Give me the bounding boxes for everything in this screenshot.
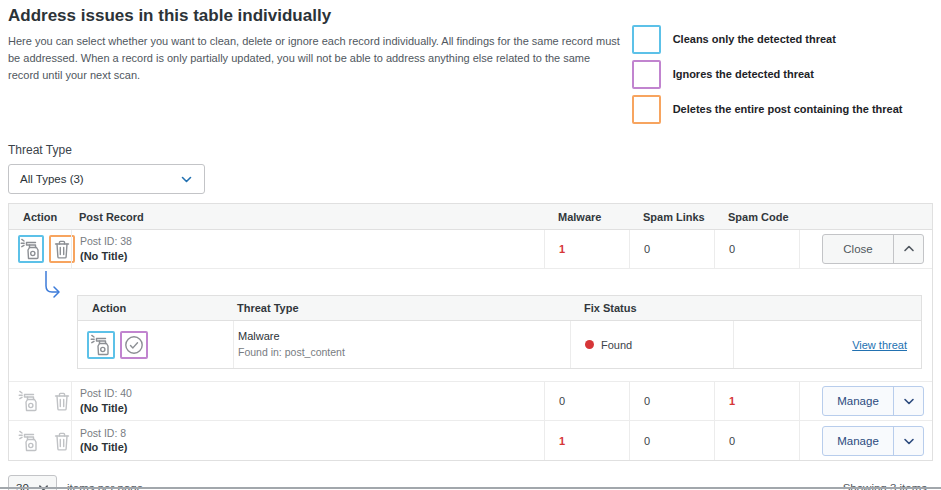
clean-action-button[interactable]	[18, 389, 40, 413]
fix-status-value: Found	[601, 339, 632, 351]
expand-row-button[interactable]	[893, 387, 923, 415]
page-title: Address issues in this table individuall…	[8, 6, 632, 26]
delete-action-button[interactable]	[51, 429, 73, 453]
post-record-cell: Post ID: 40 (No Title)	[71, 382, 544, 420]
threat-type-label: Threat Type	[8, 143, 933, 157]
header-malware: Malware	[544, 211, 629, 223]
threat-type-name: Malware	[238, 329, 345, 344]
check-circle-icon	[123, 334, 145, 356]
close-button[interactable]: Close	[823, 235, 893, 263]
spam-code-count: 0	[714, 421, 799, 460]
row-action-cell	[9, 429, 71, 453]
threat-table-panel: Address issues in this table individuall…	[0, 0, 941, 490]
table-row: Post ID: 8 (No Title) 1 0 0 Manage	[9, 421, 932, 460]
trash-icon	[51, 238, 73, 260]
threat-type-cell: Malware Found in: post_content	[233, 321, 570, 368]
view-threat-link[interactable]: View threat	[852, 339, 907, 351]
legend-item-delete: Deletes the entire post containing the t…	[632, 95, 933, 124]
header-spam-code: Spam Code	[714, 211, 799, 223]
spray-bottle-icon	[20, 238, 42, 260]
expand-row-button[interactable]	[893, 427, 923, 455]
ignore-threat-button[interactable]	[120, 331, 148, 359]
row-button-cell: Manage	[799, 421, 932, 460]
threat-type-value: All Types (3)	[20, 173, 84, 185]
threats-table: Action Post Record Malware Spam Links Sp…	[8, 203, 933, 461]
fix-status-cell: Found	[570, 321, 733, 368]
header-section: Address issues in this table individuall…	[8, 4, 933, 130]
chevron-down-icon	[180, 173, 193, 186]
manage-split-button[interactable]: Manage	[822, 426, 924, 456]
header-spam-links: Spam Links	[629, 211, 714, 223]
malware-count: 1	[544, 421, 629, 460]
subtable-row: Malware Found in: post_content Found Vie…	[78, 321, 921, 368]
delete-swatch-icon	[632, 95, 661, 124]
clean-action-button[interactable]	[18, 235, 44, 263]
view-threat-cell: View threat	[733, 321, 921, 368]
threat-found-in: Found in: post_content	[238, 345, 345, 360]
post-id: Post ID: 40	[80, 386, 132, 400]
collapse-row-button[interactable]	[893, 235, 923, 263]
delete-action-button[interactable]	[51, 389, 73, 413]
spam-links-count: 0	[629, 421, 714, 460]
chevron-down-icon	[903, 395, 915, 407]
post-record-cell: Post ID: 38 (No Title)	[71, 230, 544, 268]
threat-subtable: Action Threat Type Fix Status	[77, 295, 922, 369]
intro-block: Address issues in this table individuall…	[8, 4, 632, 130]
expanded-threat-detail: Action Threat Type Fix Status	[9, 269, 932, 382]
spam-code-count: 1	[714, 382, 799, 420]
trash-icon	[51, 430, 73, 452]
subheader-threat-type: Threat Type	[233, 302, 570, 314]
row-button-cell: Close	[799, 230, 932, 268]
post-id: Post ID: 38	[80, 234, 132, 248]
clean-action-button[interactable]	[18, 429, 40, 453]
table-row: Post ID: 38 (No Title) 1 0 0 Close	[9, 230, 932, 269]
manage-button[interactable]: Manage	[823, 387, 893, 415]
spam-code-count: 0	[714, 230, 799, 268]
malware-count: 0	[544, 382, 629, 420]
ignore-swatch-icon	[632, 60, 661, 89]
spray-bottle-icon	[18, 430, 40, 452]
clean-swatch-icon	[632, 25, 661, 54]
table-header-row: Action Post Record Malware Spam Links Sp…	[9, 204, 932, 230]
branch-arrow-icon	[42, 271, 64, 301]
legend-item-clean: Cleans only the detected threat	[632, 25, 933, 54]
manage-button[interactable]: Manage	[823, 427, 893, 455]
header-post-record: Post Record	[71, 211, 544, 223]
post-title: (No Title)	[80, 440, 127, 455]
subheader-action: Action	[78, 302, 233, 314]
threat-type-select[interactable]: All Types (3)	[8, 164, 205, 194]
spray-bottle-icon	[18, 390, 40, 412]
subheader-fix-status: Fix Status	[570, 302, 733, 314]
spam-links-count: 0	[629, 382, 714, 420]
chevron-up-icon	[903, 243, 915, 255]
spam-links-count: 0	[629, 230, 714, 268]
post-record-cell: Post ID: 8 (No Title)	[71, 421, 544, 460]
panel-bottom-divider	[0, 487, 941, 489]
header-action: Action	[9, 211, 71, 223]
post-id: Post ID: 8	[80, 426, 127, 440]
post-title: (No Title)	[80, 249, 132, 264]
clean-threat-button[interactable]	[87, 331, 115, 359]
legend-label: Cleans only the detected threat	[673, 33, 836, 46]
page-description: Here you can select whether you want to …	[8, 33, 620, 84]
legend-label: Deletes the entire post containing the t…	[673, 103, 903, 116]
spray-bottle-icon	[90, 334, 112, 356]
close-split-button[interactable]: Close	[822, 234, 924, 264]
subtable-header-row: Action Threat Type Fix Status	[78, 296, 921, 321]
row-action-cell	[9, 389, 71, 413]
subrow-action-cell	[78, 321, 233, 368]
chevron-down-icon	[903, 435, 915, 447]
legend-item-ignore: Ignores the detected threat	[632, 60, 933, 89]
row-action-cell	[9, 235, 71, 263]
malware-count: 1	[544, 230, 629, 268]
manage-split-button[interactable]: Manage	[822, 386, 924, 416]
action-legend: Cleans only the detected threat Ignores …	[632, 4, 933, 130]
post-title: (No Title)	[80, 401, 132, 416]
table-row: Post ID: 40 (No Title) 0 0 1 Manage	[9, 382, 932, 421]
legend-label: Ignores the detected threat	[673, 68, 814, 81]
row-button-cell: Manage	[799, 382, 932, 420]
status-dot-icon	[585, 340, 594, 349]
trash-icon	[51, 390, 73, 412]
